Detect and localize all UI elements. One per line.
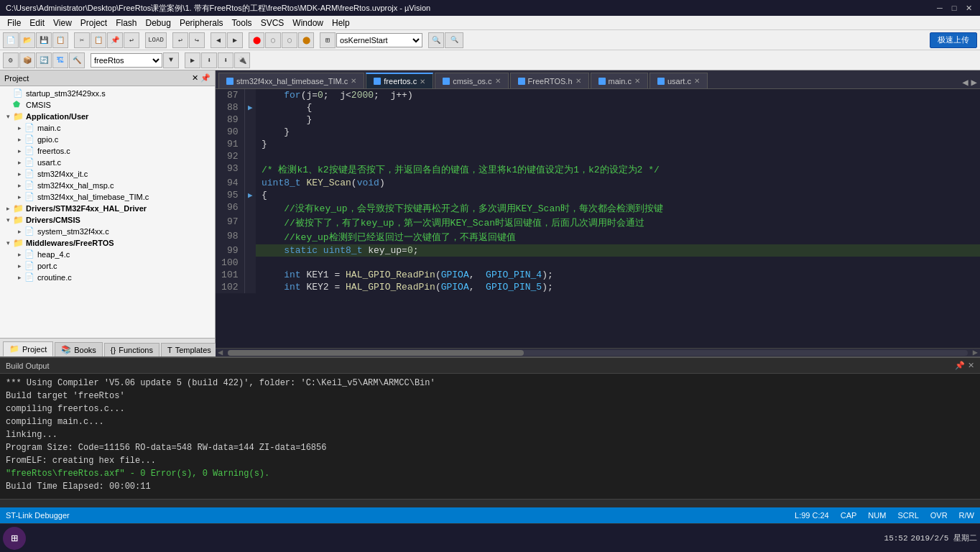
maximize-btn[interactable]: □: [948, 2, 960, 14]
editor-tab-5[interactable]: usart.c✕: [650, 73, 708, 88]
tree-expand-5[interactable]: ▸: [14, 147, 24, 155]
save-all-btn[interactable]: 📋: [52, 32, 68, 48]
tree-item-4[interactable]: ▸📄gpio.c: [0, 134, 215, 145]
cut-btn[interactable]: ✂: [74, 32, 90, 48]
project-select[interactable]: freeRtos: [91, 53, 162, 68]
debug-btn[interactable]: ▶: [185, 52, 200, 68]
tree-expand-9[interactable]: ▸: [14, 193, 24, 201]
search-btn[interactable]: 🔍: [428, 32, 444, 48]
tree-item-6[interactable]: ▸📄usart.c: [0, 157, 215, 168]
build-pin-btn[interactable]: 📌: [955, 361, 965, 370]
windows-start-btn[interactable]: ⊞: [3, 527, 26, 550]
tab-close-3[interactable]: ✕: [575, 77, 581, 85]
menu-item-peripherals[interactable]: Peripherals: [175, 17, 228, 29]
flash-btn[interactable]: ⬇: [201, 52, 217, 68]
tab-close-2[interactable]: ✕: [495, 77, 501, 85]
tree-item-7[interactable]: ▸📄stm32f4xx_it.c: [0, 168, 215, 180]
line-code-94[interactable]: uint8_t KEY_Scan(void): [256, 177, 980, 189]
tree-expand-11[interactable]: ▾: [3, 216, 13, 224]
project-pin-btn[interactable]: 📌: [200, 73, 211, 82]
minimize-btn[interactable]: ─: [934, 2, 946, 14]
tabs-scroll-right[interactable]: ▶: [971, 76, 977, 88]
editor-tab-0[interactable]: stm32f4xx_hal_timebase_TIM.c✕: [218, 73, 364, 88]
tab-close-0[interactable]: ✕: [351, 77, 356, 85]
line-code-98[interactable]: //key_up检测到已经返回过一次键值了，不再返回键值: [256, 230, 980, 244]
copy-btn[interactable]: 📋: [91, 32, 106, 48]
tree-expand-8[interactable]: ▸: [14, 182, 24, 189]
menu-item-edit[interactable]: Edit: [25, 17, 49, 29]
menu-item-debug[interactable]: Debug: [142, 17, 175, 29]
target-options-btn[interactable]: ⚙: [3, 52, 19, 68]
tree-item-12[interactable]: ▸📄system_stm32f4xx.c: [0, 226, 215, 237]
proj-tab-3[interactable]: TTemplates: [161, 343, 218, 356]
line-code-91[interactable]: }: [256, 138, 980, 150]
tree-expand-3[interactable]: ▸: [14, 124, 24, 132]
find-btn[interactable]: 🔍: [445, 32, 463, 48]
tabs-scroll-left[interactable]: ◀: [962, 76, 968, 88]
scroll-left-arrow[interactable]: ◀: [216, 347, 225, 356]
rebuild-btn[interactable]: 🔨: [69, 52, 85, 68]
bp2-btn[interactable]: ◯: [265, 32, 281, 48]
tree-item-16[interactable]: ▸📄croutine.c: [0, 272, 215, 283]
tree-expand-7[interactable]: ▸: [14, 170, 24, 178]
menu-item-svcs[interactable]: SVCS: [256, 17, 289, 29]
editor-tab-4[interactable]: main.c✕: [591, 73, 648, 88]
project-close-btn[interactable]: ✕: [192, 73, 198, 82]
menu-item-flash[interactable]: Flash: [111, 17, 141, 29]
editor-tab-1[interactable]: freertos.c✕: [366, 73, 433, 88]
tree-item-5[interactable]: ▸📄freertos.c: [0, 145, 215, 157]
tree-item-3[interactable]: ▸📄main.c: [0, 122, 215, 134]
editor-tab-3[interactable]: FreeRTOS.h✕: [510, 73, 589, 88]
menu-item-project[interactable]: Project: [76, 17, 111, 29]
flash2-btn[interactable]: ⬇: [218, 52, 234, 68]
upload-btn[interactable]: 极速上传: [930, 32, 977, 48]
line-code-97[interactable]: //被按下了，有了key_up，第一次调用KEY_Scan时返回键值，后面几次调…: [256, 216, 980, 230]
code-scrollbar-h[interactable]: ◀ ▶: [216, 348, 980, 356]
build-close-btn[interactable]: ✕: [968, 361, 974, 370]
line-code-101[interactable]: int KEY1 = HAL_GPIO_ReadPin(GPIOA, GPIO_…: [256, 269, 980, 281]
tree-item-13[interactable]: ▾📁Middlewares/FreeRTOS: [0, 237, 215, 249]
tree-expand-12[interactable]: ▸: [14, 228, 24, 235]
proj-tab-0[interactable]: 📁Project: [3, 341, 53, 356]
tree-item-14[interactable]: ▸📄heap_4.c: [0, 249, 215, 260]
editor-tab-2[interactable]: cmsis_os.c✕: [435, 73, 508, 88]
menu-item-view[interactable]: View: [49, 17, 76, 29]
manage-btn[interactable]: 📦: [19, 52, 35, 68]
bp-btn[interactable]: ⬤: [249, 32, 264, 48]
target-select-btn[interactable]: ▼: [163, 52, 179, 68]
func-dropdown[interactable]: osKernelStart: [336, 33, 422, 47]
bp4-btn[interactable]: ⬤: [298, 32, 314, 48]
line-code-90[interactable]: }: [256, 126, 980, 138]
tree-expand-6[interactable]: ▸: [14, 159, 24, 166]
build-scrollbar[interactable]: [0, 499, 980, 507]
proj-tab-1[interactable]: 📚Books: [55, 342, 103, 356]
bp3-btn[interactable]: ◯: [282, 32, 297, 48]
close-btn[interactable]: ✕: [963, 2, 974, 14]
load-btn[interactable]: LOAD: [145, 32, 167, 48]
tree-item-15[interactable]: ▸📄port.c: [0, 260, 215, 272]
tree-item-0[interactable]: 📄startup_stm32f429xx.s: [0, 88, 215, 99]
flash3-btn[interactable]: 🔌: [234, 52, 250, 68]
line-code-89[interactable]: }: [256, 114, 980, 126]
tree-expand-13[interactable]: ▾: [3, 239, 13, 247]
line-code-99[interactable]: static uint8_t key_up=0;: [256, 244, 980, 257]
tree-expand-10[interactable]: ▸: [3, 205, 13, 212]
menu-item-file[interactable]: File: [3, 17, 25, 29]
undo2-btn[interactable]: ↩: [172, 32, 188, 48]
tab-close-5[interactable]: ✕: [694, 77, 700, 85]
line-code-100[interactable]: [256, 257, 980, 269]
new-btn[interactable]: 📄: [3, 32, 19, 48]
tab-close-1[interactable]: ✕: [420, 78, 425, 86]
line-code-95[interactable]: {: [256, 189, 980, 201]
line-code-96[interactable]: //没有key_up，会导致按下按键再松开之前，多次调用KEY_Scan时，每次…: [256, 201, 980, 216]
tree-item-8[interactable]: ▸📄stm32f4xx_hal_msp.c: [0, 180, 215, 191]
menu-item-tools[interactable]: Tools: [228, 17, 256, 29]
tree-item-11[interactable]: ▾📁Drivers/CMSIS: [0, 214, 215, 226]
scroll-right-arrow[interactable]: ▶: [971, 347, 980, 356]
undo-btn[interactable]: ↩: [124, 32, 139, 48]
redo-btn[interactable]: ↪: [189, 32, 205, 48]
nav-fwd-btn[interactable]: ▶: [227, 32, 243, 48]
line-code-102[interactable]: int KEY2 = HAL_GPIO_ReadPin(GPIOA, GPIO_…: [256, 281, 980, 293]
menu-item-window[interactable]: Window: [288, 17, 328, 29]
line-code-88[interactable]: {: [256, 101, 980, 114]
